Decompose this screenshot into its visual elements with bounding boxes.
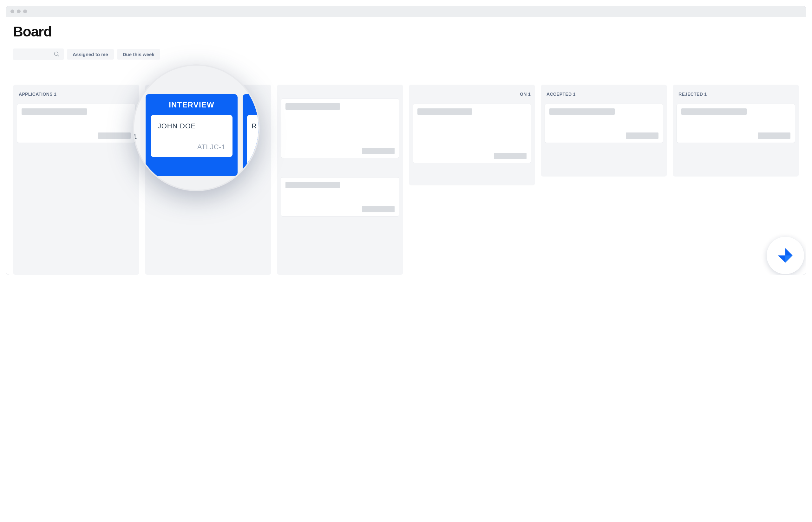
column-on[interactable]: ON 1 xyxy=(409,85,535,185)
column-applications[interactable]: APPLICATIONS 1 xyxy=(13,85,139,275)
card-tag-placeholder xyxy=(98,133,131,139)
card[interactable] xyxy=(677,104,795,143)
card-tag-placeholder xyxy=(362,148,394,154)
browser-window: Board Assigned to me Due this week APPLI… xyxy=(6,6,806,275)
card-tag-placeholder xyxy=(626,133,658,139)
magnified-column-header: INTERVIEW xyxy=(151,94,232,115)
magnifier-lens: 1 INTERVIEW JOHN DOE ATLJC-1 X R xyxy=(133,64,260,191)
svg-line-1 xyxy=(58,55,59,57)
magnified-card[interactable]: JOHN DOE ATLJC-1 xyxy=(151,115,232,157)
kanban-board: APPLICATIONS 1 SCREENING 0 xyxy=(13,85,799,275)
magnified-row: 1 INTERVIEW JOHN DOE ATLJC-1 X R xyxy=(133,94,260,176)
card[interactable] xyxy=(17,104,135,143)
window-control-close[interactable] xyxy=(11,9,14,13)
column-header xyxy=(281,89,399,99)
card[interactable] xyxy=(545,104,663,143)
column-accepted[interactable]: ACCEPTED 1 xyxy=(541,85,667,177)
window-control-maximize[interactable] xyxy=(23,9,27,13)
send-icon xyxy=(776,246,795,265)
card-title-placeholder xyxy=(286,103,340,110)
card-title-placeholder xyxy=(22,108,87,115)
card-tag-placeholder xyxy=(494,153,526,159)
card-tag-placeholder xyxy=(758,133,790,139)
card-name: JOHN DOE xyxy=(158,122,226,130)
card-code: ATLJC-1 xyxy=(158,143,226,151)
filter-chip-assigned[interactable]: Assigned to me xyxy=(67,49,114,60)
svg-point-0 xyxy=(55,52,58,56)
column-header: ON 1 xyxy=(413,89,531,104)
card[interactable] xyxy=(281,99,399,158)
window-control-minimize[interactable] xyxy=(17,9,21,13)
brand-badge[interactable] xyxy=(767,237,804,274)
magnifier-overlay: 1 INTERVIEW JOHN DOE ATLJC-1 X R xyxy=(133,64,260,191)
filter-bar: Assigned to me Due this week xyxy=(13,48,799,60)
magnified-column-interview[interactable]: INTERVIEW JOHN DOE ATLJC-1 xyxy=(146,94,237,176)
card-title-placeholder xyxy=(286,182,340,188)
window-titlebar xyxy=(6,6,806,17)
card-title-placeholder xyxy=(681,108,747,115)
column-header: APPLICATIONS 1 xyxy=(17,89,135,104)
magnified-column-right-fragment[interactable]: X R xyxy=(243,94,260,176)
search-input[interactable] xyxy=(13,48,64,60)
card[interactable] xyxy=(281,177,399,217)
card-title-placeholder xyxy=(549,108,615,115)
page-content: Board Assigned to me Due this week APPLI… xyxy=(6,17,806,275)
column-header: ACCEPTED 1 xyxy=(545,89,663,104)
column-rejected[interactable]: REJECTED 1 xyxy=(673,85,799,177)
card[interactable] xyxy=(413,104,531,163)
card-name-fragment: R xyxy=(252,122,257,130)
column-interview[interactable] xyxy=(277,85,403,275)
page-title: Board xyxy=(13,24,799,40)
search-icon xyxy=(54,51,60,57)
card-tag-placeholder xyxy=(362,206,394,212)
column-header: REJECTED 1 xyxy=(677,89,795,104)
card-title-placeholder xyxy=(418,108,472,115)
filter-chip-due[interactable]: Due this week xyxy=(117,49,160,60)
fragment-text: 1 xyxy=(133,132,137,141)
magnified-column-left-fragment: 1 xyxy=(133,94,140,176)
magnified-card-fragment[interactable]: R xyxy=(247,115,260,164)
